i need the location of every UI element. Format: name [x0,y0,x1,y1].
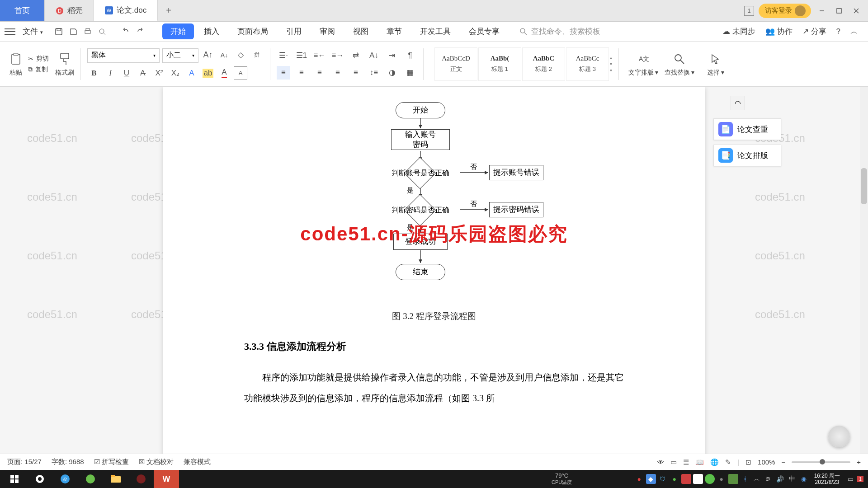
status-spellcheck[interactable]: ☑ 拼写检查 [94,458,129,466]
align-left-button[interactable]: ≡ [277,66,290,80]
menu-tab-1[interactable]: 插入 [196,23,227,39]
text-effects-button[interactable]: A [185,66,198,80]
status-docproof[interactable]: ☒ 文档校对 [139,458,174,466]
tray-ime-icon[interactable]: 中 [787,474,797,484]
qat-save-icon[interactable] [53,26,65,38]
distributed-button[interactable]: ≡ [349,66,363,80]
task-explorer-icon[interactable] [103,470,128,488]
align-center-button[interactable]: ≡ [295,66,308,80]
zoom-slider[interactable] [792,461,850,463]
font-size-select[interactable]: 小二▾ [162,48,198,63]
subscript-button[interactable]: X₂ [169,66,182,80]
tab-char-button[interactable]: ⇥ [385,49,399,62]
char-scale-button[interactable]: ⇄ [349,49,363,62]
file-menu[interactable]: 文件 ▾ [20,24,46,38]
view-edit-icon[interactable]: ✎ [725,458,731,466]
tray-icon[interactable] [693,474,703,484]
clear-format-icon[interactable]: ◇ [234,48,247,62]
guest-login-button[interactable]: 访客登录 [759,4,811,18]
bold-button[interactable]: B [87,66,101,80]
task-browser-icon[interactable] [78,470,103,488]
new-tab-button[interactable]: + [158,0,179,21]
style-scroll-down[interactable]: ▾ [610,61,612,66]
tray-icon[interactable] [681,474,691,484]
task-app-2[interactable] [128,470,154,488]
line-spacing-button[interactable]: ↕≡ [367,66,381,80]
styles-gallery[interactable]: AaBbCcD正文AaBb(标题 1AaBbC标题 2AaBbCc标题 3 [434,47,609,81]
task-wps-icon[interactable]: W [154,470,179,488]
view-outline-icon[interactable]: ☰ [683,458,689,466]
style-expand[interactable]: ▾ [610,68,612,73]
format-painter-icon[interactable] [57,52,72,67]
collab-button[interactable]: 👥协作 [765,26,793,37]
menu-tab-6[interactable]: 章节 [378,23,410,39]
tray-bluetooth-icon[interactable]: ᚼ [740,474,750,484]
cut-button[interactable]: ✂剪切 [28,55,49,63]
increase-font-icon[interactable]: A↑ [201,48,215,62]
tray-icon[interactable]: ◆ [646,474,656,484]
zoom-level[interactable]: 100% [758,458,775,466]
copy-button[interactable]: ⧉复制 [28,66,49,74]
paste-icon[interactable] [8,52,24,67]
tab-document[interactable]: W 论文.doc [94,0,158,21]
vertical-scrollbar[interactable] [860,87,868,462]
style-item-2[interactable]: AaBbC标题 2 [522,47,565,81]
tray-icon[interactable]: ● [634,474,644,484]
select-button[interactable]: 选择 ▾ [698,52,734,77]
tray-icon[interactable] [728,474,738,484]
menu-tab-2[interactable]: 页面布局 [229,23,276,39]
show-marks-button[interactable]: ¶ [403,49,417,62]
sync-status[interactable]: ☁未同步 [722,26,755,37]
tab-home[interactable]: 首页 [0,0,45,21]
highlight-button[interactable]: ab [201,66,215,80]
font-color-button[interactable]: A [217,66,231,80]
menu-tab-8[interactable]: 会员专享 [461,23,508,39]
underline-button[interactable]: U [120,66,133,80]
find-replace-button[interactable]: 查找替换 ▾ [661,52,698,77]
style-item-0[interactable]: AaBbCcD正文 [434,47,477,81]
window-count-badge[interactable]: 1 [744,6,754,16]
collapse-ribbon-button[interactable]: ︿ [850,26,858,37]
strikethrough-button[interactable]: A̶ [136,66,150,80]
view-eye-icon[interactable]: 👁 [657,458,664,466]
menu-tab-3[interactable]: 引用 [278,23,310,39]
menu-tab-7[interactable]: 开发工具 [412,23,459,39]
qat-export-icon[interactable] [67,26,79,38]
tray-badge[interactable]: 1 [857,476,863,482]
status-wordcount[interactable]: 字数: 9688 [52,458,84,466]
style-item-3[interactable]: AaBbCc标题 3 [566,47,609,81]
shading-button[interactable]: ◑ [385,66,399,80]
qat-redo-icon[interactable] [134,26,146,38]
italic-button[interactable]: I [104,66,117,80]
align-justify-button[interactable]: ≡ [331,66,344,80]
hamburger-icon[interactable] [5,26,15,37]
close-button[interactable] [850,5,863,17]
paper-layout-card[interactable]: 📑 论文排版 [713,145,781,166]
bullets-button[interactable]: ☰· [277,49,290,62]
sort-button[interactable]: A↓ [367,49,381,62]
align-right-button[interactable]: ≡ [313,66,326,80]
taskbar-clock[interactable]: 16:20 周一 2021/8/23 [811,473,844,486]
decrease-font-icon[interactable]: A↓ [217,48,231,62]
tray-search-icon[interactable]: ◉ [799,474,809,484]
tray-wifi-icon[interactable]: ⚞ [764,474,774,484]
minimize-button[interactable] [816,5,828,17]
task-ie-icon[interactable]: e [52,470,78,488]
numbering-button[interactable]: ☰1 [295,49,308,62]
text-layout-button[interactable]: A文 文字排版 ▾ [625,52,661,77]
status-page[interactable]: 页面: 15/27 [7,458,42,466]
tray-up-icon[interactable]: ︿ [752,474,762,484]
menu-tab-0[interactable]: 开始 [162,23,194,39]
start-button[interactable] [2,470,27,488]
side-panel-toggle[interactable]: ◠ [731,96,745,110]
document-canvas[interactable]: code51.cncode51.cncode51.cncode51.cncode… [0,87,868,462]
share-button[interactable]: ↗分享 [802,26,826,37]
borders-button[interactable]: ▦ [403,66,417,80]
style-item-1[interactable]: AaBb(标题 1 [478,47,521,81]
help-button[interactable]: ? [836,27,840,36]
qat-undo-icon[interactable] [120,26,132,38]
view-reading-icon[interactable]: 📖 [695,458,704,466]
fit-width-icon[interactable]: ⊡ [745,458,751,466]
style-scroll-up[interactable]: ▴ [610,55,612,60]
qat-print-icon[interactable] [82,26,94,38]
